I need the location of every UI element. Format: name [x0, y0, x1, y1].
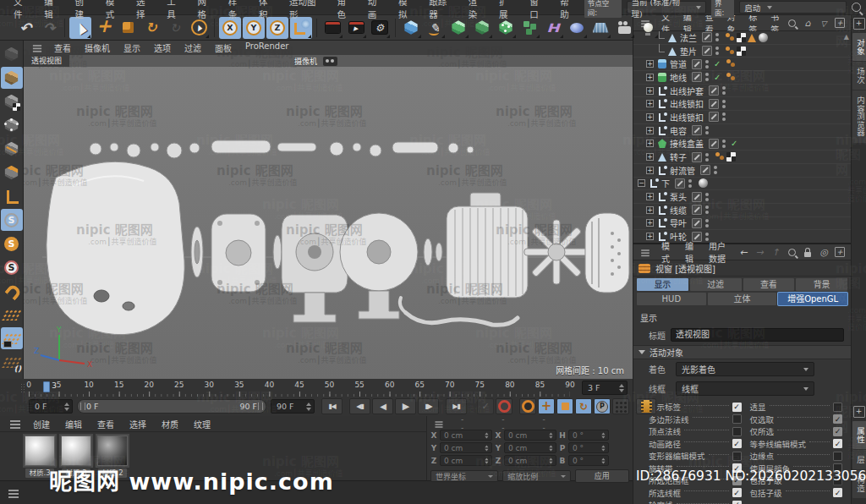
menu-item[interactable]: 动画 [361, 0, 392, 20]
target[interactable] [819, 247, 829, 257]
attribute-tab[interactable]: 过滤 [690, 278, 742, 291]
object-row[interactable]: 出线护套 [633, 85, 851, 98]
menu-item[interactable]: 模式 [99, 0, 129, 20]
hamburger-icon[interactable] [641, 249, 650, 251]
checkbox[interactable] [732, 488, 742, 497]
menu-item[interactable]: 样条 [222, 0, 252, 20]
menu-item[interactable]: 渲染 [462, 0, 492, 20]
key-scale[interactable] [556, 398, 573, 414]
viewport-solo-off[interactable]: S [1, 209, 23, 231]
expander-toggle[interactable] [645, 139, 655, 148]
object-row[interactable]: 射流管 [633, 164, 851, 178]
材质.3[interactable]: 材质.3 [60, 436, 92, 478]
object-row[interactable]: 出线锁扣 [633, 97, 851, 111]
prev-frame[interactable] [372, 398, 393, 414]
spinner-arrows-icon[interactable] [303, 400, 311, 414]
panel-tab[interactable]: 场次 [852, 62, 866, 90]
edge-mode[interactable] [1, 138, 23, 160]
panel-tab[interactable]: 层 [852, 450, 866, 470]
lock[interactable] [803, 247, 813, 257]
object-row[interactable]: 接线盒盖 [633, 138, 851, 151]
visibility-dots-icon[interactable] [722, 112, 726, 122]
menu-item[interactable]: 运动图形 [282, 0, 330, 20]
object-row[interactable]: 线缆 [633, 204, 851, 217]
record-check[interactable] [477, 398, 494, 414]
edit-toggle-icon[interactable] [692, 192, 702, 202]
visibility-dots-icon[interactable] [688, 178, 692, 189]
menu-item[interactable]: 模拟 [392, 0, 422, 20]
enable-check-icon[interactable] [714, 72, 722, 83]
menu-item[interactable]: 摄像机 [78, 41, 117, 54]
phong-tag-icon[interactable] [726, 73, 736, 82]
expander-toggle[interactable] [645, 126, 655, 135]
checkbox[interactable] [833, 414, 842, 424]
edit-toggle-icon[interactable] [692, 59, 702, 69]
edit-toggle-icon[interactable] [709, 99, 719, 109]
object-row[interactable]: 法兰 [633, 31, 851, 45]
model-mode[interactable] [1, 67, 23, 89]
goto-end[interactable] [446, 398, 467, 414]
visibility-dots-icon[interactable] [705, 125, 709, 135]
材质.2[interactable]: 材质.2 [96, 436, 129, 478]
edit-toggle-icon[interactable] [675, 178, 685, 189]
panel-tab[interactable]: 对象 [852, 33, 866, 61]
visibility-dots-icon[interactable] [705, 205, 709, 215]
up[interactable] [770, 247, 781, 257]
expander-toggle[interactable] [645, 205, 655, 215]
shading-select[interactable]: 光影着色 [676, 362, 814, 376]
coordinate-field[interactable]: 0 ° [568, 442, 609, 453]
filter[interactable] [819, 18, 829, 28]
key-pla[interactable] [612, 398, 629, 414]
point-mode[interactable] [1, 114, 23, 136]
coordinate-field[interactable]: 0 cm [440, 442, 492, 453]
home[interactable] [803, 18, 813, 28]
checkbox[interactable] [732, 439, 742, 448]
checkbox[interactable] [833, 439, 842, 448]
edit-toggle-icon[interactable] [709, 85, 719, 96]
workplane[interactable] [1, 304, 23, 326]
edit-toggle-icon[interactable] [702, 32, 712, 42]
menu-item[interactable]: 编辑 [58, 418, 90, 430]
visibility-dots-icon[interactable] [705, 59, 709, 69]
expander-toggle[interactable] [637, 178, 646, 188]
hamburger-icon[interactable] [33, 45, 41, 47]
menu-item[interactable]: 纹理 [186, 418, 218, 430]
checkbox[interactable] [833, 488, 842, 497]
visibility-dots-icon[interactable] [705, 218, 709, 228]
checkbox[interactable] [732, 476, 742, 485]
visibility-dots-icon[interactable] [722, 85, 726, 96]
expander-toggle[interactable] [645, 166, 655, 175]
convert-tool[interactable] [1, 43, 23, 65]
panel-tab[interactable]: 内容浏览器 [852, 90, 866, 143]
menu-item[interactable]: 创建 [25, 418, 58, 430]
checkbox[interactable] [833, 403, 842, 412]
hamburger-icon[interactable] [8, 490, 19, 491]
attribute-tab[interactable]: 背景 [796, 278, 847, 291]
forward[interactable] [754, 247, 765, 257]
expander-toggle[interactable] [645, 73, 655, 82]
perspective-viewport[interactable]: nipic 昵图网.com┃共享创造价值nipic 昵图网.com┃共享创造价值… [24, 41, 633, 380]
visibility-dots-icon[interactable] [722, 139, 726, 149]
drag-handle[interactable] [20, 383, 25, 393]
workplane-lock[interactable] [1, 327, 23, 349]
material-tag-icon[interactable] [699, 178, 708, 188]
interface-select[interactable]: 启动 [739, 1, 847, 14]
checkbox[interactable] [732, 463, 742, 473]
visibility-dots-icon[interactable] [705, 192, 709, 202]
title-input[interactable]: 透视视图 [671, 328, 844, 342]
phong-tag-icon[interactable] [726, 47, 735, 56]
prev-key[interactable] [349, 398, 370, 414]
search[interactable] [787, 247, 797, 257]
coordinate-field[interactable]: 0 ° [568, 455, 609, 466]
polygon-mode[interactable] [1, 162, 23, 184]
menu-item[interactable]: ProRender [238, 41, 295, 54]
checkbox[interactable] [833, 463, 842, 473]
menu-item[interactable]: 网格 [190, 0, 221, 20]
menu-item[interactable]: 工具 [160, 0, 190, 20]
uvw-tag-icon[interactable] [737, 47, 746, 56]
visibility-dots-icon[interactable] [705, 152, 709, 162]
add[interactable] [835, 247, 845, 257]
back[interactable] [738, 247, 748, 257]
viewport-title[interactable]: 透视视图 [24, 55, 69, 67]
playhead[interactable] [43, 381, 50, 392]
